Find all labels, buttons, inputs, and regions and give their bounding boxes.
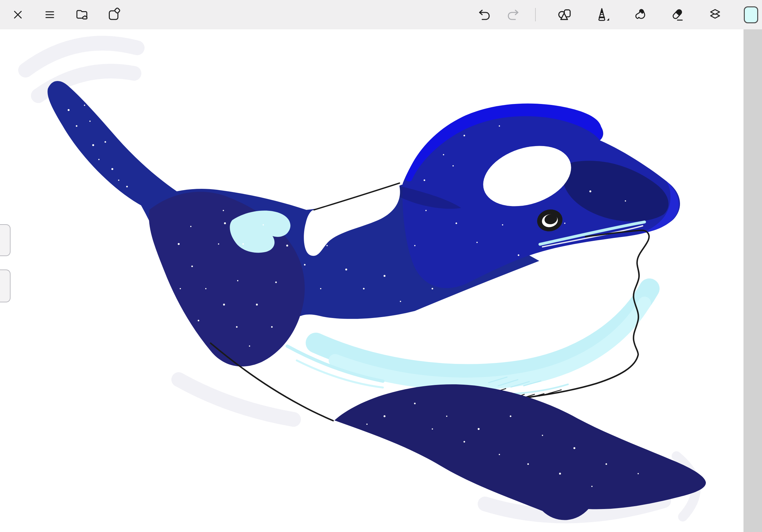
- close-button[interactable]: [9, 6, 27, 24]
- close-icon: [11, 8, 25, 22]
- eraser-tool-button[interactable]: [668, 6, 686, 24]
- left-edge-handle-bottom[interactable]: [0, 270, 11, 302]
- left-edge-handle-top[interactable]: [0, 224, 11, 256]
- redo-icon: [506, 8, 520, 22]
- orca-lower-fin: [335, 384, 706, 520]
- airbrush-cone-icon: [595, 7, 609, 22]
- shapes-tool-button[interactable]: [556, 6, 573, 24]
- airbrush-tool-button[interactable]: [593, 6, 611, 24]
- orca-drawing: [0, 29, 743, 532]
- smudge-tool-button[interactable]: [631, 6, 649, 24]
- shapes-icon: [557, 7, 572, 22]
- toolbar: [0, 0, 762, 29]
- eraser-icon: [670, 8, 684, 22]
- redo-button[interactable]: [504, 6, 522, 24]
- finger-smudge-icon: [633, 8, 647, 22]
- undo-icon: [477, 8, 491, 22]
- color-swatch[interactable]: [744, 6, 758, 23]
- undo-button[interactable]: [475, 6, 493, 24]
- gallery-button[interactable]: [73, 6, 91, 24]
- menu-icon: [43, 8, 57, 22]
- layers-tool-button[interactable]: [706, 6, 724, 24]
- drawing-canvas[interactable]: [0, 29, 743, 532]
- layers-icon: [708, 8, 722, 22]
- flyout-indicator: [607, 18, 609, 21]
- menu-button[interactable]: [41, 6, 59, 24]
- folder-cloud-icon: [75, 8, 89, 22]
- import-button[interactable]: [105, 6, 122, 24]
- import-shape-icon: [107, 8, 120, 22]
- toolbar-right-group: [475, 6, 758, 24]
- right-scrollbar[interactable]: [743, 29, 762, 532]
- toolbar-left-group: [9, 6, 122, 24]
- toolbar-divider: [535, 8, 536, 21]
